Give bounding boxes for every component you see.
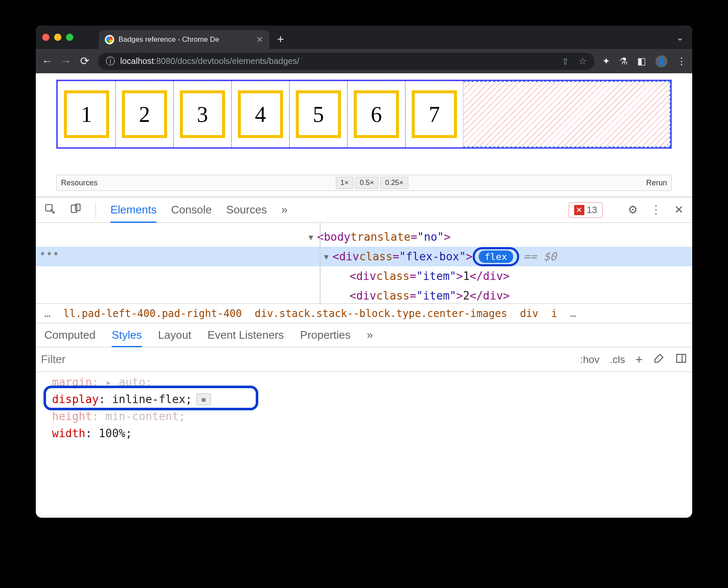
- reload-button[interactable]: ⟳: [79, 55, 90, 68]
- tab-event-listeners[interactable]: Event Listeners: [208, 329, 284, 342]
- demo-footer: Resources 1× 0.5× 0.25× Rerun: [56, 175, 672, 191]
- flex-slot: 2: [116, 81, 173, 147]
- dom-tree[interactable]: ••• ▼<body translate="no"> ▼<div class="…: [36, 223, 692, 304]
- styles-filter-tools: :hov .cls +: [580, 352, 687, 367]
- menu-dots-icon[interactable]: ⋮: [677, 56, 686, 67]
- crumb-d[interactable]: i: [551, 308, 557, 320]
- page-viewport: 1 2 3 4 5 6 7 Resources 1× 0.5× 0.25× Re…: [36, 73, 692, 197]
- toolbar-icons: ✦ ⚗ ◧ 👤 ⋮: [602, 55, 686, 67]
- zoom-1x[interactable]: 1×: [336, 177, 353, 189]
- new-tab-button[interactable]: +: [277, 32, 284, 46]
- css-rules[interactable]: margin: ▸ auto; display: inline-flex;▦ h…: [36, 372, 692, 450]
- tabs-more[interactable]: »: [281, 203, 287, 216]
- url: localhost:8080/docs/devtools/elements/ba…: [120, 56, 299, 66]
- window-close-light[interactable]: [42, 34, 49, 41]
- hov-toggle[interactable]: :hov: [580, 354, 599, 366]
- breadcrumbs[interactable]: … ll.pad-left-400.pad-right-400 div.stac…: [36, 304, 692, 323]
- flex-slot: 7: [405, 81, 463, 147]
- rerun-button[interactable]: Rerun: [646, 179, 667, 187]
- crumb-b[interactable]: div.stack.stack--block.type.center-image…: [254, 308, 507, 320]
- dom-line-body[interactable]: ▼<body translate="no">: [36, 227, 692, 247]
- flex-slot: 3: [173, 81, 231, 147]
- flex-slot: 6: [347, 81, 405, 147]
- toggle-sidebar-icon[interactable]: [675, 352, 687, 367]
- tab-computed[interactable]: Computed: [44, 329, 95, 342]
- tabs-dropdown-icon[interactable]: ⌄: [676, 32, 684, 43]
- browser-tab[interactable]: Badges reference - Chrome De ✕: [99, 30, 269, 49]
- flex-item: 3: [180, 90, 225, 138]
- styles-filter-input[interactable]: [41, 353, 580, 366]
- forward-button[interactable]: →: [61, 55, 72, 68]
- flex-badge[interactable]: flex: [479, 251, 513, 263]
- settings-gear-icon[interactable]: ⚙: [628, 203, 638, 216]
- new-rule-icon[interactable]: +: [635, 352, 643, 367]
- window-max-light[interactable]: [66, 34, 73, 41]
- crumb-a[interactable]: ll.pad-left-400.pad-right-400: [63, 308, 242, 320]
- flex-editor-icon[interactable]: ▦: [196, 393, 211, 405]
- dom-overflow-dots-icon[interactable]: •••: [39, 248, 59, 260]
- tab-console[interactable]: Console: [171, 203, 211, 216]
- labs-icon[interactable]: ⚗: [619, 56, 628, 67]
- dom-line-flexbox[interactable]: ▼<div class="flex-box">flex== $0: [36, 247, 692, 266]
- tab-elements[interactable]: Elements: [110, 203, 156, 223]
- paintbrush-icon[interactable]: [653, 352, 665, 367]
- zoom-buttons: 1× 0.5× 0.25×: [336, 177, 408, 189]
- zoom-025x[interactable]: 0.25×: [380, 177, 408, 189]
- window-min-light[interactable]: [54, 34, 61, 41]
- tab-more[interactable]: »: [367, 329, 373, 342]
- tab-properties[interactable]: Properties: [300, 329, 351, 342]
- browser-window: Badges reference - Chrome De ✕ + ⌄ ← → ⟳…: [36, 26, 692, 518]
- flex-item: 4: [238, 90, 283, 138]
- tab-styles[interactable]: Styles: [112, 329, 142, 347]
- site-info-icon[interactable]: ⓘ: [106, 55, 115, 68]
- devtools-menu-icon[interactable]: ⋮: [650, 203, 662, 216]
- flex-item: 6: [354, 90, 399, 138]
- flex-item: 2: [122, 90, 167, 138]
- panel-toggle-icon[interactable]: ◧: [637, 56, 646, 67]
- tab-title: Badges reference - Chrome De: [118, 35, 252, 44]
- dom-split-line: [320, 223, 321, 303]
- error-count: 13: [587, 205, 597, 216]
- flex-item: 5: [296, 90, 341, 138]
- traffic-lights: [42, 34, 73, 41]
- profile-avatar-icon[interactable]: 👤: [656, 55, 667, 67]
- extensions-icon[interactable]: ✦: [602, 56, 610, 67]
- rule-height[interactable]: height: min-content;: [52, 408, 684, 425]
- rule-width[interactable]: width: 100%;: [52, 425, 684, 442]
- rule-margin[interactable]: margin: ▸ auto;: [52, 374, 684, 391]
- back-button[interactable]: ←: [42, 55, 53, 68]
- styles-panel-tabs: Computed Styles Layout Event Listeners P…: [36, 323, 692, 347]
- flex-empty-space: [463, 81, 670, 147]
- equals-dollar-zero: == $0: [523, 250, 557, 263]
- toolbar: ← → ⟳ ⓘ localhost:8080/docs/devtools/ele…: [36, 49, 692, 73]
- crumb-overflow-right[interactable]: …: [570, 308, 576, 320]
- error-counter[interactable]: ✕ 13: [569, 202, 603, 218]
- styles-filter-row: :hov .cls +: [36, 347, 692, 372]
- inspect-icon[interactable]: [44, 203, 55, 217]
- flex-slot: 5: [289, 81, 347, 147]
- dom-line-item2[interactable]: <div class="item">2</div>: [36, 286, 692, 304]
- crumb-c[interactable]: div: [520, 308, 538, 320]
- resources-button[interactable]: Resources: [61, 179, 98, 187]
- svg-rect-1: [71, 205, 77, 212]
- device-toggle-icon[interactable]: [70, 203, 81, 217]
- devtools-tabs: Elements Console Sources » ✕ 13 ⚙ ⋮ ✕: [36, 197, 692, 223]
- share-icon[interactable]: ⇧: [562, 56, 569, 66]
- svg-rect-3: [677, 354, 686, 362]
- devtools-right-icons: ⚙ ⋮ ✕: [628, 203, 684, 216]
- devtools-close-icon[interactable]: ✕: [674, 203, 684, 216]
- flex-container-demo[interactable]: 1 2 3 4 5 6 7: [56, 80, 672, 149]
- bookmark-star-icon[interactable]: ☆: [578, 56, 587, 67]
- flex-item: 1: [64, 90, 109, 138]
- dom-line-item1[interactable]: <div class="item">1</div>: [36, 266, 692, 286]
- tab-sources[interactable]: Sources: [226, 203, 267, 216]
- rule-display[interactable]: display: inline-flex;▦: [52, 391, 684, 408]
- flex-slot: 1: [58, 81, 116, 147]
- crumb-overflow-left[interactable]: …: [44, 308, 50, 320]
- chrome-favicon-icon: [105, 35, 114, 44]
- cls-toggle[interactable]: .cls: [610, 354, 625, 366]
- zoom-05x[interactable]: 0.5×: [355, 177, 379, 189]
- address-bar[interactable]: ⓘ localhost:8080/docs/devtools/elements/…: [98, 53, 595, 70]
- tab-close-icon[interactable]: ✕: [256, 35, 263, 45]
- tab-layout[interactable]: Layout: [158, 329, 191, 342]
